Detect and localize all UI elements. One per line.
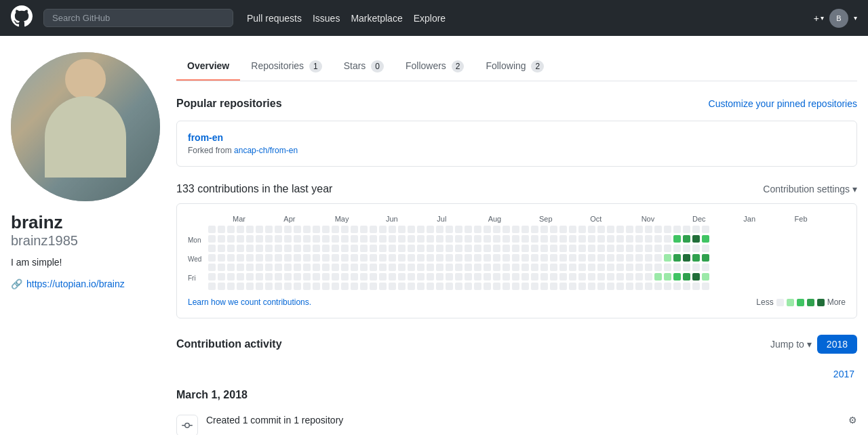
graph-cell	[484, 273, 491, 281]
graph-cell	[578, 283, 586, 290]
graph-cell	[654, 245, 662, 252]
graph-cell	[265, 273, 273, 281]
graph-cell	[218, 273, 225, 281]
graph-week-col	[256, 226, 263, 292]
avatar[interactable]: B	[829, 9, 848, 28]
graph-cell	[208, 245, 216, 252]
customize-pinned-link[interactable]: Customize your pinned repositories	[709, 98, 857, 109]
graph-cell	[246, 283, 254, 290]
jump-to-button[interactable]: Jump to ▾	[770, 339, 812, 350]
graph-cell	[294, 273, 301, 281]
repo-name-link[interactable]: from-en	[188, 132, 223, 143]
tab-repositories[interactable]: Repositories 1	[240, 52, 332, 81]
graph-cell	[654, 254, 662, 262]
graph-cell	[654, 235, 662, 243]
graph-cell	[626, 226, 633, 233]
graph-cell	[294, 235, 301, 243]
learn-contributions-link[interactable]: Learn how we count contributions.	[188, 297, 311, 307]
graph-cell	[512, 226, 519, 233]
graph-cell	[692, 235, 700, 243]
graph-week-col	[379, 226, 387, 292]
graph-cell	[351, 226, 358, 233]
new-menu-button[interactable]: + ▾	[814, 13, 824, 24]
graph-cell	[436, 254, 443, 262]
year-2017-button[interactable]: 2017	[831, 365, 857, 384]
contribution-settings-button[interactable]: Contribution settings ▾	[763, 184, 857, 194]
tab-overview[interactable]: Overview	[176, 52, 240, 81]
graph-week-col	[417, 226, 425, 292]
graph-cell	[635, 245, 643, 252]
graph-cell	[484, 245, 491, 252]
nav-marketplace[interactable]: Marketplace	[351, 13, 402, 24]
nav-pull-requests[interactable]: Pull requests	[247, 13, 302, 24]
graph-cell	[683, 245, 690, 252]
graph-cell	[607, 254, 614, 262]
activity-gear-icon[interactable]: ⚙	[848, 415, 857, 426]
fork-source-link[interactable]: ancap-ch/from-en	[234, 146, 298, 155]
graph-cell	[493, 283, 500, 290]
graph-cell	[313, 283, 320, 290]
graph-cell	[436, 226, 443, 233]
graph-cell	[408, 264, 415, 271]
legend-cell-1	[787, 299, 794, 306]
graph-cell	[645, 226, 652, 233]
graph-cell	[588, 254, 595, 262]
graph-cell	[702, 254, 709, 262]
graph-cell	[227, 283, 235, 290]
graph-cell	[275, 235, 282, 243]
graph-cell	[294, 226, 301, 233]
graph-cell	[218, 245, 225, 252]
graph-cell	[588, 245, 595, 252]
graph-cell	[313, 273, 320, 281]
graph-cell	[569, 283, 576, 290]
graph-cell	[360, 235, 368, 243]
year-2018-button[interactable]: 2018	[817, 335, 857, 354]
graph-cell	[427, 226, 434, 233]
search-input[interactable]	[43, 9, 233, 27]
tab-stars[interactable]: Stars 0	[333, 52, 395, 81]
graph-cell	[417, 264, 425, 271]
graph-cell	[484, 264, 491, 271]
graph-cell	[474, 264, 481, 271]
graph-cell	[237, 254, 244, 262]
graph-cell	[645, 264, 652, 271]
graph-week-col	[588, 226, 595, 292]
graph-cell	[408, 273, 415, 281]
graph-cell	[303, 235, 311, 243]
graph-cell	[683, 264, 690, 271]
graph-week-col	[370, 226, 377, 292]
graph-cell	[702, 283, 709, 290]
user-bio: I am simple!	[11, 257, 160, 268]
nav-issues[interactable]: Issues	[313, 13, 340, 24]
graph-cell	[351, 254, 358, 262]
graph-week-col	[284, 226, 292, 292]
graph-cell	[702, 273, 709, 281]
graph-cell	[379, 264, 387, 271]
graph-cell	[540, 254, 548, 262]
graph-cell	[237, 264, 244, 271]
graph-cell	[474, 226, 481, 233]
graph-cell	[313, 245, 320, 252]
graph-cell	[322, 273, 330, 281]
graph-cell	[540, 273, 548, 281]
graph-cell	[446, 283, 453, 290]
contribution-graph: MarAprMayJunJulAugSepOctNovDecJanFeb Mon…	[176, 203, 857, 318]
graph-cell	[654, 264, 662, 271]
graph-cell	[370, 235, 377, 243]
graph-cell	[341, 264, 349, 271]
graph-week-col	[351, 226, 358, 292]
nav-explore[interactable]: Explore	[414, 13, 446, 24]
graph-cell	[370, 283, 377, 290]
year-2017-option: 2017	[176, 365, 857, 384]
graph-cell	[550, 245, 557, 252]
tab-followers[interactable]: Followers 2	[395, 52, 475, 81]
github-logo-icon[interactable]	[11, 5, 33, 31]
user-website-link[interactable]: 🔗 https://utopian.io/brainz	[11, 278, 160, 289]
graph-cell	[389, 226, 396, 233]
tab-following[interactable]: Following 2	[475, 52, 555, 81]
graph-week-col	[436, 226, 443, 292]
graph-cell	[436, 245, 443, 252]
graph-cell	[436, 235, 443, 243]
graph-cell	[502, 273, 510, 281]
graph-cell	[512, 283, 519, 290]
